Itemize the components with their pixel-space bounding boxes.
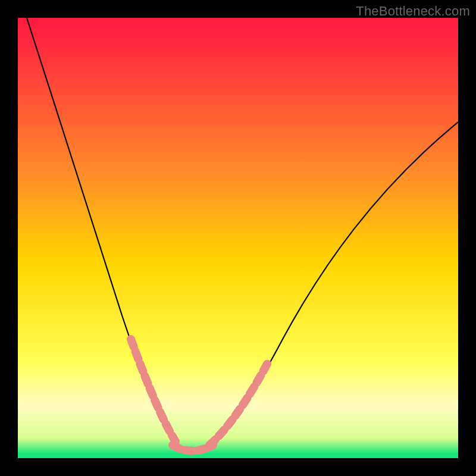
plot-area [18,18,458,458]
chart-frame: TheBottleneck.com [0,0,476,476]
svg-rect-0 [18,18,458,458]
watermark-text: TheBottleneck.com [356,4,470,19]
background-gradient [18,18,458,458]
